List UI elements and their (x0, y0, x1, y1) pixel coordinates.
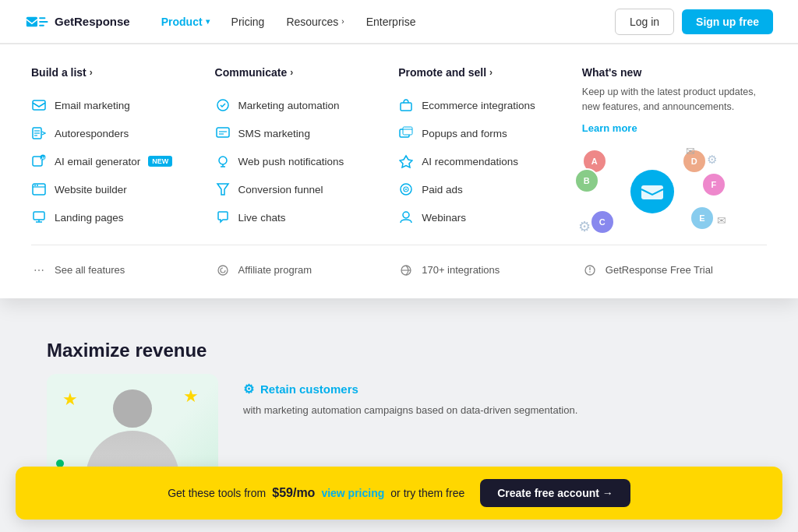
product-dropdown: Build a list › Email marketing Autorespo… (0, 44, 798, 298)
mail-icon-small-2: ✉ (717, 214, 726, 227)
ads-icon (398, 181, 414, 197)
svg-rect-17 (217, 128, 229, 137)
login-button[interactable]: Log in (615, 9, 674, 35)
svg-rect-1 (33, 100, 45, 110)
svg-point-12 (37, 185, 38, 186)
menu-item-web-push[interactable]: Web push notifications (215, 147, 383, 175)
nav-item-pricing[interactable]: Pricing (222, 9, 274, 34)
menu-section-build-title: Build a list › (31, 66, 200, 79)
menu-section-communicate-title: Communicate › (215, 66, 383, 79)
menu-item-affiliate[interactable]: Affiliate program (215, 258, 383, 283)
create-account-button[interactable]: Create free account → (480, 479, 630, 507)
arrow-icon: › (90, 67, 93, 78)
whats-new-description: Keep up with the latest product updates,… (582, 85, 767, 115)
ecommerce-icon (398, 97, 414, 113)
avatar: B (574, 168, 599, 193)
logo-text: GetResponse (55, 15, 130, 28)
menu-item-landing-pages[interactable]: Landing pages (31, 203, 200, 231)
menu-section-promote-title: Promote and sell › (398, 66, 567, 79)
retain-description: with marketing automation campaigns base… (243, 403, 798, 419)
arrow-icon: › (489, 67, 493, 78)
menu-item-autoresponders[interactable]: Autoresponders (31, 119, 200, 147)
cta-price: $59/mo (272, 486, 315, 500)
cta-suffix: or try them free (390, 487, 464, 499)
svg-rect-26 (403, 127, 412, 135)
arrow-icon: › (290, 67, 293, 78)
popup-icon (398, 125, 414, 141)
menu-item-email-marketing[interactable]: Email marketing (31, 91, 200, 119)
avatar: E (690, 206, 715, 231)
whats-new-title: What's new (582, 66, 767, 79)
nav-item-resources[interactable]: Resources › (277, 9, 353, 34)
ai-icon: AI (31, 153, 47, 169)
menu-item-website-builder[interactable]: Website builder (31, 175, 200, 203)
chevron-down-icon: ▾ (206, 17, 210, 26)
webinar-icon (398, 210, 414, 225)
signup-button[interactable]: Sign up free (682, 9, 773, 34)
menu-item-live-chats[interactable]: Live chats (215, 203, 383, 231)
menu-item-webinars[interactable]: Webinars (398, 203, 567, 231)
svg-point-31 (403, 212, 409, 218)
integrations-icon (398, 262, 414, 278)
cta-bar: Get these tools from $59/mo view pricing… (16, 467, 782, 520)
retain-title: ⚙ Retain customers (243, 382, 798, 396)
svg-point-20 (219, 157, 227, 164)
avatar-cluster: A B C D E F ⚙ ⚙ ✉ ✉ (582, 145, 722, 238)
ai-rec-icon (398, 153, 414, 169)
autoresponder-icon (31, 125, 47, 141)
star-icon-2: ★ (183, 386, 199, 407)
nav-item-enterprise[interactable]: Enterprise (357, 9, 425, 34)
menu-item-ai-rec[interactable]: AI recommendations (398, 147, 567, 175)
svg-rect-32 (641, 185, 663, 199)
svg-text:AI: AI (41, 156, 46, 160)
menu-section-whats-new: What's new Keep up with the latest produ… (582, 66, 767, 238)
header-actions: Log in Sign up free (615, 9, 773, 35)
menu-separator (31, 245, 767, 245)
avatar: F (701, 172, 726, 197)
push-icon (215, 153, 231, 169)
gear-icon-retain: ⚙ (243, 382, 254, 396)
menu-item-ecommerce[interactable]: Ecommerce integrations (398, 91, 567, 119)
star-icon: ★ (62, 389, 78, 410)
main-nav: Product ▾ Pricing Resources › Enterprise (152, 9, 615, 34)
menu-item-popups[interactable]: Popups and forms (398, 119, 567, 147)
header: GetResponse Product ▾ Pricing Resources … (0, 0, 798, 44)
nav-item-product[interactable]: Product ▾ (152, 9, 219, 34)
landing-icon (31, 210, 47, 225)
menu-item-all-features[interactable]: ⋯ See all features (31, 258, 200, 283)
cta-prefix: Get these tools from (168, 487, 266, 499)
cluster-center-icon (630, 170, 674, 213)
gear-icon: ⚙ (578, 218, 597, 237)
email-icon (31, 97, 47, 113)
features-icon: ⋯ (31, 262, 47, 278)
menu-item-conversion-funnel[interactable]: Conversion funnel (215, 175, 383, 203)
svg-point-30 (405, 188, 407, 190)
new-badge: NEW (148, 156, 172, 167)
gear-icon-small: ⚙ (707, 153, 722, 168)
menu-item-marketing-automation[interactable]: Marketing automation (215, 91, 383, 119)
learn-more-link[interactable]: Learn more (582, 122, 767, 134)
menu-section-promote: Promote and sell › Ecommerce integration… (398, 66, 567, 238)
svg-point-11 (34, 185, 36, 186)
logo[interactable]: GetResponse (25, 13, 130, 30)
automation-icon (215, 97, 231, 113)
cta-pricing-link[interactable]: view pricing (321, 487, 384, 499)
trial-icon (582, 262, 598, 278)
svg-point-38 (589, 271, 591, 273)
menu-section-communicate: Communicate › Marketing automation SMS m… (215, 66, 383, 238)
website-icon (31, 181, 47, 197)
affiliate-icon (215, 262, 231, 278)
sms-icon (215, 125, 231, 141)
retain-section: ⚙ Retain customers with marketing automa… (243, 374, 798, 419)
menu-item-free-trial[interactable]: GetResponse Free Trial (582, 258, 767, 283)
svg-marker-23 (217, 184, 228, 195)
chevron-right-icon: › (341, 17, 344, 26)
svg-rect-0 (26, 16, 37, 26)
menu-item-sms[interactable]: SMS marketing (215, 119, 383, 147)
mail-icon-small: ✉ (686, 145, 695, 157)
menu-item-integrations[interactable]: 170+ integrations (398, 258, 567, 283)
svg-rect-24 (401, 103, 411, 111)
chat-icon (215, 210, 231, 225)
menu-item-ai-email[interactable]: AI AI email generator NEW (31, 147, 200, 175)
menu-item-paid-ads[interactable]: Paid ads (398, 175, 567, 203)
